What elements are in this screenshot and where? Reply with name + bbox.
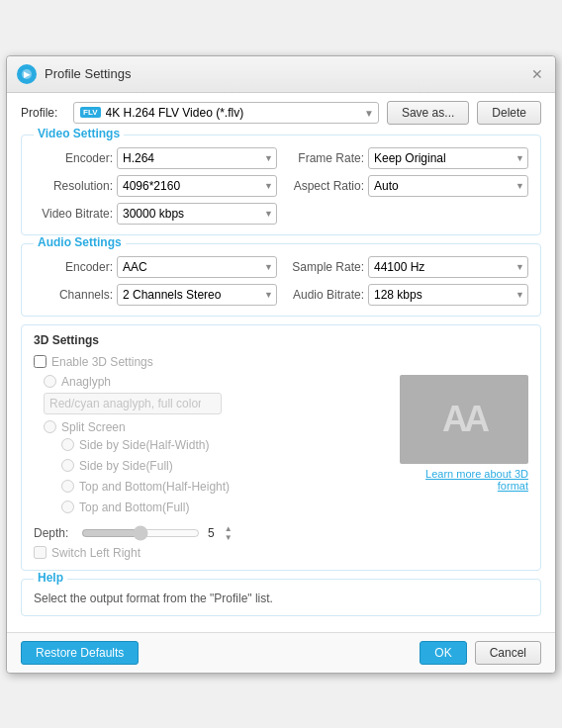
aspect-ratio-select[interactable]: Auto — [368, 175, 528, 197]
resolution-select-wrap: 4096*2160 ▼ — [117, 175, 277, 197]
sample-rate-label: Sample Rate: — [285, 260, 364, 274]
top-full-label: Top and Bottom(Full) — [79, 500, 189, 514]
enable-3d-checkbox[interactable] — [34, 355, 47, 368]
aspect-ratio-label: Aspect Ratio: — [285, 179, 364, 193]
profile-row: Profile: FLV 4K H.264 FLV Video (*.flv) … — [21, 101, 541, 125]
cancel-button[interactable]: Cancel — [475, 641, 541, 665]
audio-settings-section: Audio Settings Encoder: AAC ▼ Sample Rat… — [21, 243, 541, 317]
ok-button[interactable]: OK — [420, 641, 466, 665]
audio-bitrate-label: Audio Bitrate: — [285, 288, 364, 302]
video-section-title: Video Settings — [34, 127, 124, 140]
split-screen-radio[interactable] — [44, 420, 56, 433]
save-as-button[interactable]: Save as... — [387, 101, 469, 125]
aspect-ratio-select-wrap: Auto ▼ — [368, 175, 528, 197]
channels-select[interactable]: 2 Channels Stereo — [117, 284, 277, 306]
frame-rate-row: Frame Rate: Keep Original ▼ — [285, 147, 528, 169]
depth-slider[interactable] — [81, 525, 200, 541]
video-bitrate-select-wrap: 30000 kbps ▼ — [117, 203, 277, 225]
switch-lr-label: Switch Left Right — [51, 546, 140, 560]
anaglyph-row: Anaglyph — [34, 375, 390, 389]
dialog-window: ▶ Profile Settings ✕ Profile: FLV 4K H.2… — [6, 55, 556, 674]
sample-rate-select-wrap: 44100 Hz ▼ — [368, 256, 528, 278]
enable-3d-label: Enable 3D Settings — [51, 355, 153, 369]
audio-encoder-select[interactable]: AAC — [117, 256, 277, 278]
side-full-radio[interactable] — [61, 459, 74, 472]
footer: Restore Defaults OK Cancel — [7, 632, 555, 673]
profile-select[interactable]: 4K H.264 FLV Video (*.flv) — [106, 106, 372, 120]
side-half-radio[interactable] — [61, 438, 74, 451]
depth-row: Depth: 5 ▲ ▼ — [34, 524, 390, 542]
audio-settings-grid: Encoder: AAC ▼ Sample Rate: 44100 Hz — [34, 256, 528, 306]
3d-preview-panel: AA Learn more about 3D format — [400, 375, 528, 560]
title-bar: ▶ Profile Settings ✕ — [7, 56, 555, 93]
aspect-ratio-row: Aspect Ratio: Auto ▼ — [285, 175, 528, 197]
3d-content: Anaglyph Red/cyan anaglyph, full color S… — [34, 375, 528, 560]
depth-down-arrow[interactable]: ▼ — [225, 533, 233, 542]
split-screen-row: Split Screen — [34, 420, 390, 434]
video-bitrate-row: Video Bitrate: 30000 kbps ▼ — [34, 203, 277, 225]
top-full-radio[interactable] — [61, 500, 74, 513]
help-text: Select the output format from the "Profi… — [34, 592, 528, 605]
svg-text:▶: ▶ — [24, 70, 31, 79]
profile-select-wrap: FLV 4K H.264 FLV Video (*.flv) ▼ — [73, 102, 379, 124]
learn-more-link[interactable]: Learn more about 3D format — [400, 468, 528, 492]
audio-section-title: Audio Settings — [34, 235, 126, 249]
audio-bitrate-select-wrap: 128 kbps ▼ — [368, 284, 528, 306]
encoder-select-wrap: H.264 ▼ — [117, 147, 277, 169]
switch-lr-checkbox[interactable] — [34, 546, 47, 559]
side-half-row: Side by Side(Half-Width) — [61, 438, 390, 452]
3d-settings-section: 3D Settings Enable 3D Settings Anaglyph … — [21, 324, 541, 571]
encoder-select[interactable]: H.264 — [117, 147, 277, 169]
depth-up-arrow[interactable]: ▲ — [225, 524, 233, 533]
audio-encoder-select-wrap: AAC ▼ — [117, 256, 277, 278]
anaglyph-select[interactable]: Red/cyan anaglyph, full color — [44, 393, 222, 414]
video-bitrate-select[interactable]: 30000 kbps — [117, 203, 277, 225]
anaglyph-label: Anaglyph — [61, 375, 111, 389]
encoder-label: Encoder: — [34, 151, 113, 165]
side-full-row: Side by Side(Full) — [61, 459, 390, 473]
frame-rate-label: Frame Rate: — [285, 151, 364, 165]
frame-rate-select[interactable]: Keep Original — [368, 147, 528, 169]
dialog-title: Profile Settings — [45, 66, 529, 81]
audio-bitrate-row: Audio Bitrate: 128 kbps ▼ — [285, 284, 528, 306]
video-settings-section: Video Settings Encoder: H.264 ▼ Frame Ra… — [21, 135, 541, 235]
close-button[interactable]: ✕ — [529, 66, 545, 82]
encoder-row: Encoder: H.264 ▼ — [34, 147, 277, 169]
restore-defaults-button[interactable]: Restore Defaults — [21, 641, 139, 665]
depth-label: Depth: — [34, 526, 73, 540]
help-section: Help Select the output format from the "… — [21, 579, 541, 616]
split-options: Side by Side(Half-Width) Side by Side(Fu… — [34, 438, 390, 518]
top-half-label: Top and Bottom(Half-Height) — [79, 480, 230, 494]
resolution-row: Resolution: 4096*2160 ▼ — [34, 175, 277, 197]
channels-row: Channels: 2 Channels Stereo ▼ — [34, 284, 277, 306]
depth-value: 5 — [208, 526, 215, 540]
anaglyph-radio[interactable] — [44, 375, 56, 388]
flv-badge: FLV — [80, 107, 101, 118]
resolution-label: Resolution: — [34, 179, 113, 193]
sample-rate-select[interactable]: 44100 Hz — [368, 256, 528, 278]
enable-3d-row: Enable 3D Settings — [34, 355, 528, 369]
3d-left-panel: Anaglyph Red/cyan anaglyph, full color S… — [34, 375, 390, 560]
top-full-row: Top and Bottom(Full) — [61, 500, 390, 514]
video-settings-grid: Encoder: H.264 ▼ Frame Rate: Keep Origin… — [34, 147, 528, 225]
preview-text: AA — [442, 399, 486, 440]
help-section-title: Help — [34, 571, 67, 585]
3d-section-title: 3D Settings — [34, 333, 528, 347]
content-area: Profile: FLV 4K H.264 FLV Video (*.flv) … — [7, 93, 555, 632]
split-screen-label: Split Screen — [61, 420, 126, 434]
audio-encoder-label: Encoder: — [34, 260, 113, 274]
channels-label: Channels: — [34, 288, 113, 302]
top-half-row: Top and Bottom(Half-Height) — [61, 480, 390, 494]
3d-preview-box: AA — [400, 375, 528, 464]
audio-bitrate-select[interactable]: 128 kbps — [368, 284, 528, 306]
app-icon: ▶ — [17, 64, 37, 84]
top-half-radio[interactable] — [61, 480, 74, 493]
audio-encoder-row: Encoder: AAC ▼ — [34, 256, 277, 278]
anaglyph-select-wrap: Red/cyan anaglyph, full color — [34, 393, 390, 414]
resolution-select[interactable]: 4096*2160 — [117, 175, 277, 197]
switch-lr-row: Switch Left Right — [34, 546, 390, 560]
side-full-label: Side by Side(Full) — [79, 459, 173, 473]
side-half-label: Side by Side(Half-Width) — [79, 438, 209, 452]
sample-rate-row: Sample Rate: 44100 Hz ▼ — [285, 256, 528, 278]
delete-button[interactable]: Delete — [477, 101, 541, 125]
